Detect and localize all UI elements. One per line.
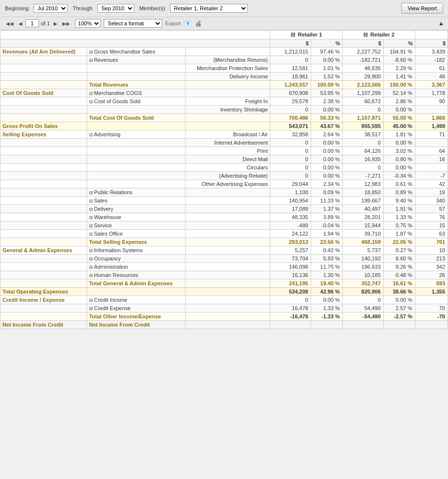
r2_pct-cell: 104.91 % xyxy=(383,48,415,56)
print-icon[interactable]: 🖨 xyxy=(195,19,202,27)
r1_pct-cell: 0.00 % xyxy=(311,147,342,155)
expand-icon[interactable]: ⊟ xyxy=(89,257,93,261)
r1_pct-cell: 1.01 % xyxy=(311,64,342,73)
category-cell xyxy=(0,313,87,321)
expand-icon[interactable]: ⊟ xyxy=(89,99,93,104)
r1_dollar-cell: 700,486 xyxy=(270,114,311,122)
expand-icon[interactable]: ⊟ xyxy=(89,306,93,311)
label-cell: ⊟Credit Expense xyxy=(87,304,185,313)
scroll-up-icon[interactable]: ▲ xyxy=(438,20,444,27)
envelope-icon[interactable]: 📧 xyxy=(184,19,192,27)
expand-icon[interactable]: ⊟ xyxy=(89,132,93,137)
label-cell: ⊟Occupancy xyxy=(87,255,185,263)
label-cell xyxy=(87,139,185,147)
label-cell: ⊟Public Relations xyxy=(87,188,185,197)
category-cell: Revenues (All Are Delivered) xyxy=(0,48,87,56)
expand-icon[interactable]: ⊟ xyxy=(89,58,93,63)
last-page-button[interactable]: ▶▶ xyxy=(60,20,72,27)
r1_pct-cell: 0.42 % xyxy=(311,246,342,255)
r2_pct-cell: 45.00 % xyxy=(383,122,415,130)
r1_pct-cell: -0.04 % xyxy=(311,221,342,230)
label-cell: ⊟Information Systems xyxy=(87,246,185,255)
r2_pct-cell: 9.26 % xyxy=(383,263,415,271)
category-cell xyxy=(0,81,87,89)
expand-icon[interactable]: ⊟ xyxy=(89,298,93,303)
tot-cell: 213 xyxy=(415,255,448,263)
sublabel-cell: Merchandise Protection Sales xyxy=(186,64,270,73)
category-cell: Gross Profit On Sales xyxy=(0,122,87,130)
tot-cell: 42 xyxy=(415,180,448,188)
sublabel-cell xyxy=(186,279,270,288)
beginning-select[interactable]: Jul 2010 xyxy=(34,4,68,13)
r1_pct-cell: 2.34 % xyxy=(311,180,342,188)
expand-icon[interactable]: ⊟ xyxy=(89,265,93,270)
r2_dollar-cell: 1,107,299 xyxy=(342,89,383,97)
expand-icon[interactable]: ⊟ xyxy=(89,215,93,220)
format-select[interactable]: Select a format xyxy=(104,19,162,28)
r1_dollar-cell: 16,478 xyxy=(270,304,311,313)
r1_dollar-cell: 0 xyxy=(270,172,311,180)
zoom-select[interactable]: 100% xyxy=(75,19,101,28)
r1_dollar-cell: 1,243,557 xyxy=(270,81,311,89)
expand-icon[interactable]: ⊟ xyxy=(89,248,93,253)
r1_pct-cell: 0.00 % xyxy=(311,56,342,64)
sublabel-cell: (Merchandise Returns) xyxy=(186,56,270,64)
category-cell: General & Admin Expenses xyxy=(0,246,87,255)
retailer1-group-header: ⊟ Retailer 1 xyxy=(270,31,343,39)
expand-icon[interactable]: ⊟ xyxy=(89,207,93,212)
sublabel-cell xyxy=(186,230,270,238)
tot-cell: 593 xyxy=(415,279,448,288)
export-button[interactable]: Export xyxy=(165,20,181,26)
table-row: Delivery Income18,9611.52 %29,9001.41 %4… xyxy=(0,73,448,81)
r2_pct-cell: 1.33 % xyxy=(383,213,415,221)
expand-icon[interactable]: ⊟ xyxy=(89,273,93,278)
r1_pct-cell: 1.37 % xyxy=(311,205,342,213)
label-cell xyxy=(87,64,185,73)
expand-icon[interactable]: ⊟ xyxy=(89,232,93,237)
r2_pct-cell: 9.40 % xyxy=(383,197,415,205)
tot-cell: 70 xyxy=(415,304,448,313)
r1_pct-cell: 56.33 % xyxy=(311,114,342,122)
label-cell: ⊟Sales Office xyxy=(87,230,185,238)
table-row: ⊟Occupancy73,7045.93 %140,1926.60 %213 xyxy=(0,255,448,263)
sublabel-cell: (Advertising Rebate) xyxy=(186,172,270,180)
retailer2-collapse-icon[interactable]: ⊟ xyxy=(363,32,368,37)
next-page-button[interactable]: ▶ xyxy=(52,20,59,27)
r1_dollar-cell: 32,858 xyxy=(270,130,311,139)
r2-dollar-header: $ xyxy=(342,39,383,48)
expand-icon[interactable]: ⊟ xyxy=(89,199,93,203)
prev-page-button[interactable]: ◀ xyxy=(17,20,24,27)
tot-cell: 64 xyxy=(415,147,448,155)
label-cell: ⊟Revenues xyxy=(87,56,185,64)
through-select[interactable]: Sep 2010 xyxy=(97,4,134,13)
retailer1-collapse-icon[interactable]: ⊟ xyxy=(291,32,295,37)
table-row: ⊟Sales Office24,1221.94 %39,7101.87 %63 xyxy=(0,230,448,238)
view-report-button[interactable]: View Report xyxy=(401,3,443,14)
expand-icon[interactable]: ⊟ xyxy=(89,223,93,228)
r2_pct-cell xyxy=(383,321,415,329)
r1_dollar-cell: 0 xyxy=(270,155,311,164)
sublabel-cell xyxy=(186,188,270,197)
tot-cell: 3,439 xyxy=(415,48,448,56)
r2_dollar-cell: 196,633 xyxy=(342,263,383,271)
label-cell: ⊟Delivery xyxy=(87,205,185,213)
r2_dollar-cell: 0 xyxy=(342,164,383,172)
first-page-button[interactable]: ◀◀ xyxy=(4,20,16,27)
label-cell xyxy=(87,180,185,188)
sublabel-cell: Broadcast / Air xyxy=(186,130,270,139)
r1_dollar-cell: 670,908 xyxy=(270,89,311,97)
label-cell xyxy=(87,73,185,81)
sublabel-cell xyxy=(186,114,270,122)
category-cell xyxy=(0,139,87,147)
expand-icon[interactable]: ⊟ xyxy=(89,190,93,195)
expand-icon[interactable]: ⊟ xyxy=(89,91,93,96)
expand-icon[interactable]: ⊟ xyxy=(89,50,93,55)
table-row: ⊟Public Relations1,1000.09 %18,8500.89 %… xyxy=(0,188,448,197)
sublabel-cell xyxy=(186,313,270,321)
category-cell xyxy=(0,205,87,213)
members-select[interactable]: Retailer 1, Retailer 2 xyxy=(170,4,248,13)
category-cell xyxy=(0,188,87,197)
page-number-input[interactable] xyxy=(25,19,39,27)
r2_dollar-cell: 64,126 xyxy=(342,147,383,155)
r2_pct-cell: 22.05 % xyxy=(383,238,415,246)
